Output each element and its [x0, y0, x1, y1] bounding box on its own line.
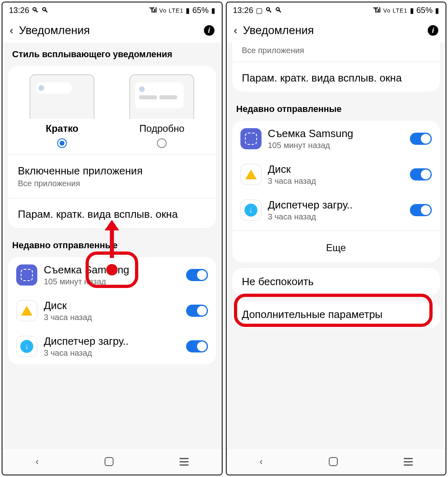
battery-icon: ▮	[211, 6, 215, 15]
nav-home-icon[interactable]	[105, 457, 114, 466]
more-button[interactable]: Еще	[232, 233, 440, 262]
recent-sent-header: Недавно отправленные	[227, 97, 446, 118]
detailed-radio[interactable]	[157, 138, 167, 148]
enabled-apps-row[interactable]: Включенные приложения Все приложения	[8, 157, 216, 196]
app-name: Диспетчер загру..	[268, 199, 404, 211]
brief-params-title: Парам. кратк. вида всплыв. окна	[18, 208, 206, 221]
recent-sent-header: Недавно отправленные	[2, 234, 222, 255]
search-icon: 🔍︎	[265, 6, 272, 15]
samsung-capture-icon	[240, 128, 262, 149]
search-icon: 🔍︎	[32, 6, 39, 15]
volte-icon: Vo LTE1	[159, 7, 184, 14]
wifi-icon: 📶︎	[373, 6, 381, 15]
search-icon-2: 🔍︎	[41, 6, 49, 15]
advanced-row[interactable]: Дополнительные параметры	[232, 301, 440, 328]
detailed-preview	[129, 74, 194, 119]
app-time: 105 минут назад	[44, 277, 180, 286]
brief-params-row[interactable]: Парам. кратк. вида всплыв. окна	[232, 64, 440, 92]
status-time: 13:26	[233, 6, 253, 15]
app-time: 3 часа назад	[268, 176, 404, 186]
toggle-drive[interactable]	[186, 305, 208, 317]
toggle-download[interactable]	[410, 204, 432, 216]
app-name: Диспетчер загру..	[44, 335, 180, 348]
page-title: Уведомления	[19, 24, 198, 37]
nav-home-icon[interactable]	[329, 457, 338, 466]
battery-icon: ▮	[435, 6, 439, 15]
signal-icon: ▮	[410, 6, 414, 15]
wifi-icon: 📶︎	[150, 6, 157, 15]
back-button[interactable]: ‹	[10, 24, 13, 37]
status-bar: 13:26 🔍︎ 🔍︎ 📶︎ Vo LTE1 ▮ 65% ▮	[2, 2, 222, 18]
app-row-drive[interactable]: Диск 3 часа назад	[232, 157, 440, 192]
enabled-apps-sub: Все приложения	[18, 179, 206, 188]
signal-icon: ▮	[186, 6, 190, 15]
toggle-samsung[interactable]	[186, 269, 208, 281]
app-name: Диск	[268, 163, 404, 176]
content-right[interactable]: Все приложения Парам. кратк. вида всплыв…	[227, 43, 446, 448]
brief-label: Кратко	[46, 123, 79, 134]
page-title: Уведомления	[243, 24, 422, 37]
nav-back-icon[interactable]: ‹	[259, 456, 263, 467]
brief-params-title: Парам. кратк. вида всплыв. окна	[242, 72, 431, 84]
app-row-download[interactable]: ↓ Диспетчер загру.. 3 часа назад	[8, 329, 216, 364]
app-time: 3 часа назад	[268, 212, 404, 221]
toggle-drive[interactable]	[410, 168, 432, 180]
dnd-row[interactable]: Не беспокоить	[232, 268, 440, 295]
volte-icon: Vo LTE1	[383, 7, 407, 14]
gallery-icon: ▢	[256, 6, 263, 15]
battery-text: 65%	[192, 6, 208, 15]
enabled-apps-card: Все приложения Парам. кратк. вида всплыв…	[232, 43, 440, 92]
app-time: 3 часа назад	[44, 348, 180, 358]
recent-apps-card: Съемка Samsung 105 минут назад Диск 3 ча…	[8, 257, 216, 364]
info-icon[interactable]: i	[428, 25, 438, 36]
status-time: 13:26	[9, 6, 29, 15]
nav-recent-icon[interactable]	[180, 461, 189, 462]
all-apps-row[interactable]: Все приложения	[232, 43, 440, 59]
battery-text: 65%	[416, 6, 433, 15]
toggle-samsung[interactable]	[410, 133, 432, 145]
app-time: 3 часа назад	[44, 313, 180, 322]
info-icon[interactable]: i	[204, 25, 214, 36]
app-name: Диск	[44, 299, 180, 312]
dnd-title: Не беспокоить	[242, 275, 431, 288]
divider	[8, 155, 216, 155]
nav-back-icon[interactable]: ‹	[35, 456, 39, 467]
popup-style-card: Кратко Подробно	[8, 66, 216, 228]
back-button[interactable]: ‹	[234, 24, 238, 37]
app-row-samsung[interactable]: Съемка Samsung 105 минут назад	[8, 257, 216, 293]
app-row-drive[interactable]: Диск 3 часа назад	[8, 293, 216, 329]
all-apps-sub: Все приложения	[242, 46, 431, 55]
download-manager-icon: ↓	[16, 336, 37, 357]
drive-icon	[240, 164, 262, 185]
nav-recent-icon[interactable]	[404, 461, 413, 462]
phone-left: 13:26 🔍︎ 🔍︎ 📶︎ Vo LTE1 ▮ 65% ▮ ‹ Уведомл…	[2, 2, 223, 475]
download-manager-icon: ↓	[240, 200, 262, 221]
phone-right: 13:26 ▢ 🔍︎ 🔍︎ 📶︎ Vo LTE1 ▮ 65% ▮ ‹ Уведо…	[226, 2, 447, 475]
popup-style-header: Стиль всплывающего уведомления	[2, 43, 222, 64]
advanced-title: Дополнительные параметры	[242, 308, 431, 321]
app-row-samsung[interactable]: Съемка Samsung 105 минут назад	[232, 121, 440, 157]
divider	[232, 62, 440, 62]
advanced-card: Дополнительные параметры	[232, 301, 440, 328]
nav-bar: ‹	[2, 448, 222, 475]
app-name: Съемка Samsung	[44, 264, 180, 276]
divider	[8, 198, 216, 198]
recent-apps-card: Съемка Samsung 105 минут назад Диск 3 ча…	[232, 121, 440, 262]
status-bar: 13:26 ▢ 🔍︎ 🔍︎ 📶︎ Vo LTE1 ▮ 65% ▮	[227, 2, 446, 18]
app-time: 105 минут назад	[268, 141, 404, 150]
header: ‹ Уведомления i	[227, 18, 446, 43]
content-left[interactable]: Стиль всплывающего уведомления Кратко	[2, 43, 222, 448]
enabled-apps-title: Включенные приложения	[18, 165, 206, 177]
search-icon-2: 🔍︎	[275, 6, 282, 15]
samsung-capture-icon	[16, 264, 37, 286]
divider	[232, 230, 440, 231]
style-brief-option[interactable]: Кратко	[12, 74, 112, 148]
style-detailed-option[interactable]: Подробно	[112, 74, 212, 148]
drive-icon	[16, 300, 37, 321]
brief-params-row[interactable]: Парам. кратк. вида всплыв. окна	[8, 201, 216, 228]
app-row-download[interactable]: ↓ Диспетчер загру.. 3 часа назад	[232, 192, 440, 228]
toggle-download[interactable]	[186, 340, 208, 352]
detailed-label: Подробно	[139, 123, 184, 134]
brief-preview	[30, 74, 94, 119]
brief-radio[interactable]	[57, 138, 67, 148]
